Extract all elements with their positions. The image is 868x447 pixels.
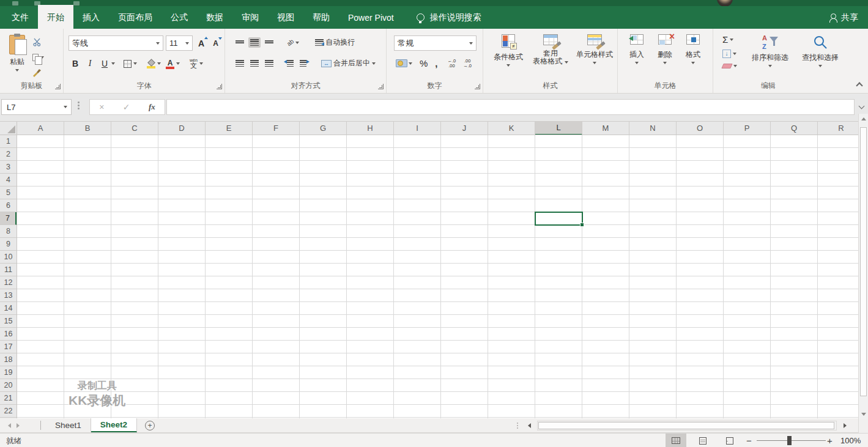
column-header-D[interactable]: D bbox=[158, 122, 206, 135]
comma-style-button[interactable]: , bbox=[433, 56, 439, 70]
increase-decimal-button[interactable]: ←.0.00 bbox=[446, 57, 458, 70]
menu-tab-插入[interactable]: 插入 bbox=[73, 6, 109, 29]
menu-tab-Power Pivot[interactable]: Power Pivot bbox=[339, 6, 403, 29]
menu-tab-审阅[interactable]: 审阅 bbox=[232, 6, 268, 29]
column-header-R[interactable]: R bbox=[818, 122, 858, 135]
row-header-4[interactable]: 4 bbox=[0, 174, 17, 187]
zoom-level[interactable]: 100% bbox=[840, 436, 861, 445]
row-header-16[interactable]: 16 bbox=[0, 328, 17, 341]
horizontal-scrollbar[interactable] bbox=[537, 421, 837, 430]
column-header-F[interactable]: F bbox=[253, 122, 300, 135]
insert-function-button[interactable]: fx bbox=[149, 102, 155, 112]
cut-button[interactable] bbox=[31, 36, 46, 48]
format-cells-button[interactable]: 格式 bbox=[679, 29, 707, 87]
autosum-button[interactable]: Σ bbox=[721, 34, 739, 46]
formula-bar-grip[interactable] bbox=[78, 102, 80, 109]
sheet-tab-Sheet2[interactable]: Sheet2 bbox=[91, 418, 137, 432]
bold-button[interactable]: B bbox=[69, 57, 82, 70]
clipboard-dialog-launcher[interactable] bbox=[55, 84, 61, 89]
scroll-down-arrow[interactable] bbox=[861, 413, 866, 416]
menu-tab-数据[interactable]: 数据 bbox=[197, 6, 232, 29]
sort-filter-button[interactable]: AZ 排序和筛选 bbox=[745, 29, 795, 87]
formula-input[interactable] bbox=[166, 99, 855, 115]
orientation-button[interactable]: ab bbox=[285, 37, 301, 48]
row-header-8[interactable]: 8 bbox=[0, 225, 17, 238]
scrollbar-grip[interactable] bbox=[517, 423, 518, 429]
scroll-up-arrow[interactable] bbox=[861, 117, 866, 120]
enter-button[interactable]: ✓ bbox=[123, 102, 130, 112]
menu-tab-视图[interactable]: 视图 bbox=[268, 6, 303, 29]
insert-cells-button[interactable]: 插入 bbox=[623, 29, 651, 87]
share-button[interactable]: 共享 bbox=[829, 6, 868, 29]
scroll-right-arrow[interactable] bbox=[839, 421, 850, 430]
borders-button[interactable] bbox=[122, 58, 139, 70]
column-header-L[interactable]: L bbox=[535, 122, 582, 135]
menu-tab-文件[interactable]: 文件 bbox=[2, 6, 38, 29]
row-header-7[interactable]: 7 bbox=[0, 212, 17, 225]
align-right-button[interactable] bbox=[263, 58, 275, 68]
row-header-14[interactable]: 14 bbox=[0, 302, 17, 315]
quick-access-icon[interactable] bbox=[12, 1, 18, 6]
row-header-18[interactable]: 18 bbox=[0, 353, 17, 366]
format-as-table-button[interactable]: 套用 表格格式 bbox=[530, 29, 571, 87]
fill-button[interactable]: ↓ bbox=[721, 48, 739, 60]
align-center-button[interactable] bbox=[248, 58, 261, 68]
row-header-21[interactable]: 21 bbox=[0, 392, 17, 405]
percent-style-button[interactable]: % bbox=[418, 56, 429, 70]
align-left-button[interactable] bbox=[234, 58, 246, 68]
row-header-17[interactable]: 17 bbox=[0, 341, 17, 353]
row-header-6[interactable]: 6 bbox=[0, 199, 17, 212]
column-header-M[interactable]: M bbox=[582, 122, 629, 135]
font-color-button[interactable]: A bbox=[164, 57, 182, 71]
column-header-K[interactable]: K bbox=[488, 122, 535, 135]
column-header-O[interactable]: O bbox=[677, 122, 724, 135]
next-sheet-button[interactable] bbox=[13, 418, 22, 432]
column-header-I[interactable]: I bbox=[394, 122, 441, 135]
menu-tab-帮助[interactable]: 帮助 bbox=[303, 6, 339, 29]
menu-tab-页面布局[interactable]: 页面布局 bbox=[109, 6, 161, 29]
row-header-20[interactable]: 20 bbox=[0, 379, 17, 392]
selected-cell[interactable] bbox=[535, 212, 583, 226]
column-header-C[interactable]: C bbox=[111, 122, 158, 135]
quick-access-icon[interactable] bbox=[73, 1, 80, 6]
increase-indent-button[interactable] bbox=[298, 58, 308, 68]
row-header-19[interactable]: 19 bbox=[0, 366, 17, 379]
copy-button[interactable] bbox=[31, 52, 46, 63]
normal-view-button[interactable] bbox=[666, 434, 686, 447]
menu-tab-公式[interactable]: 公式 bbox=[161, 6, 197, 29]
select-all-button[interactable] bbox=[0, 122, 17, 135]
column-header-N[interactable]: N bbox=[629, 122, 677, 135]
row-header-13[interactable]: 13 bbox=[0, 289, 17, 302]
page-layout-view-button[interactable] bbox=[692, 434, 713, 447]
sheet-tab-Sheet1[interactable]: Sheet1 bbox=[46, 418, 91, 432]
increase-font-button[interactable]: A bbox=[195, 37, 207, 50]
row-header-1[interactable]: 1 bbox=[0, 135, 17, 148]
wrap-text-button[interactable]: 自动换行 bbox=[313, 35, 357, 50]
italic-button[interactable]: I bbox=[83, 57, 97, 70]
accounting-format-button[interactable] bbox=[394, 57, 414, 69]
merge-center-button[interactable]: ↔ 合并后居中 bbox=[319, 56, 377, 70]
horizontal-scroll-thumb[interactable] bbox=[538, 422, 834, 429]
zoom-in-button[interactable]: + bbox=[827, 435, 833, 446]
column-header-P[interactable]: P bbox=[724, 122, 771, 135]
previous-sheet-button[interactable] bbox=[5, 418, 13, 432]
column-header-E[interactable]: E bbox=[206, 122, 253, 135]
row-header-10[interactable]: 10 bbox=[0, 251, 17, 264]
fill-color-button[interactable] bbox=[145, 57, 163, 70]
row-header-9[interactable]: 9 bbox=[0, 238, 17, 251]
font-name-combobox[interactable]: 等线 bbox=[69, 35, 163, 51]
decrease-decimal-button[interactable]: .00→.0 bbox=[461, 57, 473, 70]
align-top-button[interactable] bbox=[234, 39, 246, 46]
cells-grid[interactable]: 录制工具 KK录像机 bbox=[17, 135, 858, 418]
underline-button[interactable]: U bbox=[98, 57, 117, 70]
phonetic-button[interactable]: wén文 bbox=[188, 56, 205, 71]
column-header-B[interactable]: B bbox=[64, 122, 111, 135]
delete-cells-button[interactable]: × 删除 bbox=[651, 29, 679, 87]
zoom-slider-thumb[interactable] bbox=[787, 436, 792, 445]
row-header-2[interactable]: 2 bbox=[0, 148, 17, 161]
alignment-dialog-launcher[interactable] bbox=[378, 84, 384, 89]
number-dialog-launcher[interactable] bbox=[475, 84, 480, 89]
format-painter-button[interactable] bbox=[31, 67, 46, 79]
column-header-A[interactable]: A bbox=[17, 122, 64, 135]
vertical-scrollbar[interactable] bbox=[858, 114, 868, 419]
